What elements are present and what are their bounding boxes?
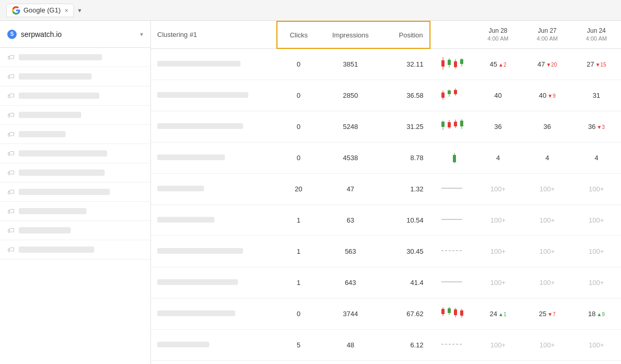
- sidebar-item-label: [19, 208, 86, 214]
- svg-rect-31: [448, 308, 451, 313]
- svg-rect-1: [441, 60, 445, 67]
- clicks-cell: 0: [277, 111, 321, 142]
- chart-cell: [430, 48, 474, 80]
- keyword-cell: [151, 48, 277, 80]
- jun28-cell: 4: [474, 142, 523, 173]
- keyword-cell: [151, 267, 277, 298]
- keyword-cell: [151, 204, 277, 236]
- th-position[interactable]: Position: [381, 21, 430, 48]
- table-row[interactable]: 0385132.11 45▲247▼2027▼15: [151, 48, 621, 80]
- tag-icon: 🏷: [7, 245, 15, 254]
- impressions-cell: 63: [321, 204, 381, 236]
- table-row[interactable]: 0285036.58 4040▼931: [151, 80, 621, 111]
- impressions-cell: 3851: [321, 48, 381, 80]
- table-row[interactable]: 045388.78 444: [151, 142, 621, 173]
- tab-menu-chevron[interactable]: ▾: [78, 7, 81, 14]
- jun24-cell: 100+: [572, 329, 622, 360]
- impressions-cell: 563: [321, 236, 381, 267]
- svg-rect-3: [448, 60, 451, 65]
- svg-rect-9: [441, 93, 445, 98]
- chart-cell: [430, 236, 474, 267]
- sidebar-item[interactable]: 🏷: [0, 221, 150, 240]
- table-row[interactable]: 0374467.62 24▲125▼718▲9: [151, 298, 621, 329]
- sidebar-item[interactable]: 🏷: [0, 202, 150, 221]
- jun28-cell: 40: [474, 80, 523, 111]
- google-tab[interactable]: Google (G1) ×: [6, 4, 74, 17]
- sidebar-item[interactable]: 🏷: [0, 163, 150, 183]
- tab-close-button[interactable]: ×: [65, 7, 68, 14]
- keyword-cell: [151, 298, 277, 329]
- chart-cell: [430, 329, 474, 360]
- sidebar-item[interactable]: 🏷: [0, 240, 150, 259]
- sidebar-item[interactable]: 🏷: [0, 106, 150, 125]
- svg-rect-15: [441, 122, 445, 127]
- sidebar-item-label: [19, 93, 99, 99]
- clicks-cell: 0: [277, 142, 321, 173]
- sidebar-item[interactable]: 🏷: [0, 48, 150, 67]
- jun27-cell: 100+: [523, 204, 572, 236]
- table-row[interactable]: 164341.4 100+100+100+: [151, 267, 621, 298]
- position-cell: 67.62: [381, 298, 430, 329]
- th-jun24[interactable]: Jun 24 4:00 AM: [572, 21, 622, 48]
- chart-cell: [430, 80, 474, 111]
- position-cell: 1.32: [381, 173, 430, 204]
- clicks-cell: 1: [277, 236, 321, 267]
- keyword-cell: [151, 236, 277, 267]
- jun24-cell: 31: [572, 80, 622, 111]
- sidebar-item-label: [19, 112, 81, 118]
- domain-chevron[interactable]: ▾: [140, 31, 143, 38]
- svg-rect-17: [448, 122, 451, 127]
- sidebar-item[interactable]: 🏷: [0, 86, 150, 106]
- table-header-row: Clustering #1 Clicks Impressions Positio…: [151, 21, 621, 48]
- impressions-cell: 2850: [321, 80, 381, 111]
- sidebar-item-label: [19, 227, 71, 233]
- jun24-cell: 27▼15: [572, 48, 622, 80]
- th-clicks[interactable]: Clicks: [277, 21, 321, 48]
- sidebar-item-label: [19, 189, 110, 195]
- sidebar-item[interactable]: 🏷: [0, 67, 150, 86]
- jun27-cell: 47▼20: [523, 48, 572, 80]
- jun24-cell: 36▼3: [572, 111, 622, 142]
- jun28-cell: 100+: [474, 236, 523, 267]
- keyword-cell: [151, 173, 277, 204]
- table-row[interactable]: 0524831.25 363636▼3: [151, 111, 621, 142]
- keyword-cell: [151, 329, 277, 360]
- impressions-cell: 5248: [321, 111, 381, 142]
- sidebar-item[interactable]: 🏷: [0, 183, 150, 202]
- clicks-cell: 1: [277, 267, 321, 298]
- svg-rect-7: [460, 59, 463, 64]
- jun27-cell: 100+: [523, 329, 572, 360]
- sidebar: S serpwatch.io ▾ 🏷 🏷 🏷 🏷 🏷: [0, 21, 151, 364]
- jun27-cell: 4: [523, 142, 572, 173]
- position-cell: 6.12: [381, 329, 430, 360]
- sidebar-item[interactable]: 🏷: [0, 144, 150, 163]
- sidebar-item-label: [19, 170, 105, 176]
- th-keyword: Clustering #1: [151, 21, 277, 48]
- th-impressions[interactable]: Impressions: [321, 21, 381, 48]
- tag-icon: 🏷: [7, 72, 15, 81]
- chart-cell: [430, 267, 474, 298]
- clicks-cell: 5: [277, 329, 321, 360]
- table-row[interactable]: 20471.32 100+100+100+: [151, 173, 621, 204]
- keyword-cell: [151, 80, 277, 111]
- jun28-cell: 45▲2: [474, 48, 523, 80]
- sidebar-item-label: [19, 246, 94, 253]
- tag-icon: 🏷: [7, 111, 15, 119]
- clustering-label: Clustering #1: [157, 31, 197, 38]
- jun28-cell: 100+: [474, 204, 523, 236]
- th-jun28[interactable]: Jun 28 4:00 AM: [474, 21, 523, 48]
- position-cell: 30.45: [381, 236, 430, 267]
- jun24-cell: 100+: [572, 204, 622, 236]
- clicks-cell: 20: [277, 173, 321, 204]
- sidebar-item[interactable]: 🏷: [0, 125, 150, 144]
- jun24-cell: 4: [572, 142, 622, 173]
- table-row[interactable]: 16310.54 100+100+100+: [151, 204, 621, 236]
- th-jun27[interactable]: Jun 27 4:00 AM: [523, 21, 572, 48]
- jun28-cell: 100+: [474, 267, 523, 298]
- jun24-cell: 18▲9: [572, 298, 622, 329]
- tag-icon: 🏷: [7, 226, 15, 235]
- table-row[interactable]: 5486.12 100+100+100+: [151, 329, 621, 360]
- chart-cell: [430, 204, 474, 236]
- sidebar-items: 🏷 🏷 🏷 🏷 🏷 🏷: [0, 48, 150, 364]
- table-row[interactable]: 156330.45 100+100+100+: [151, 236, 621, 267]
